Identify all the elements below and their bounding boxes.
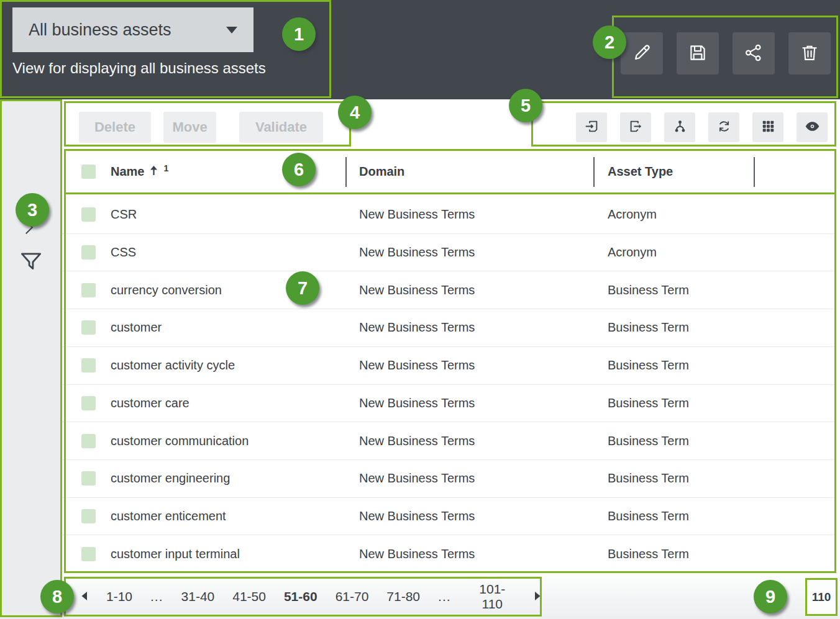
view-selector-dropdown[interactable]: All business assets <box>12 7 253 52</box>
cell-name[interactable]: currency conversion <box>111 283 359 297</box>
cell-name[interactable]: customer care <box>111 396 359 410</box>
cell-asset-type: Acronym <box>608 245 754 260</box>
page-link[interactable]: 41-50 <box>232 589 266 604</box>
arrow-left-icon <box>80 591 88 603</box>
table-row[interactable]: customer engineering New Business Terms … <box>62 460 836 498</box>
annotation-circle-4: 4 <box>338 96 372 129</box>
cell-name[interactable]: customer input terminal <box>111 547 359 561</box>
cell-domain[interactable]: New Business Terms <box>359 471 608 486</box>
cell-domain[interactable]: New Business Terms <box>359 320 608 335</box>
row-checkbox[interactable] <box>81 396 96 410</box>
page-link[interactable]: 101-110 <box>469 582 516 612</box>
table-row[interactable]: customer enticement New Business Terms B… <box>62 498 836 536</box>
export-button[interactable] <box>620 112 651 142</box>
cell-domain[interactable]: New Business Terms <box>359 509 608 523</box>
row-checkbox[interactable] <box>81 320 96 335</box>
page-link[interactable]: 71-80 <box>386 589 420 604</box>
table-row[interactable]: customer New Business Terms Business Ter… <box>62 309 836 347</box>
column-header-asset-type[interactable]: Asset Type <box>608 165 754 179</box>
refresh-button[interactable] <box>708 112 739 142</box>
cell-name[interactable]: CSR <box>111 207 359 222</box>
row-checkbox[interactable] <box>81 471 96 486</box>
cell-name[interactable]: customer enticement <box>111 509 359 523</box>
table-row[interactable]: CSR New Business Terms Acronym <box>62 196 836 234</box>
table-row[interactable]: customer activity cycle New Business Ter… <box>62 347 836 385</box>
left-sidebar <box>0 99 62 619</box>
page-link[interactable]: 61-70 <box>336 589 369 604</box>
select-all-checkbox[interactable] <box>81 165 96 179</box>
delete-view-button[interactable] <box>788 32 831 75</box>
cell-domain[interactable]: New Business Terms <box>359 207 608 222</box>
table-row[interactable]: CSS New Business Terms Acronym <box>62 234 836 272</box>
page-link[interactable]: 31-40 <box>181 589 215 604</box>
page-link-current[interactable]: 51-60 <box>284 589 317 604</box>
cell-asset-type: Business Term <box>608 434 754 448</box>
table-row[interactable]: currency conversion New Business Terms B… <box>62 271 836 309</box>
filter-funnel-icon <box>17 268 45 278</box>
view-subtitle: View for displaying all business assets <box>12 60 266 77</box>
cell-asset-type: Business Term <box>608 547 754 561</box>
table-header-row: Name 1 Domain Asset Type <box>62 149 836 194</box>
chevron-down-icon <box>226 27 237 34</box>
page-ellipsis: ... <box>150 589 163 604</box>
total-count: 110 <box>805 578 838 616</box>
cell-asset-type: Business Term <box>608 509 754 523</box>
cell-domain[interactable]: New Business Terms <box>359 547 608 561</box>
column-header-name[interactable]: Name 1 <box>111 165 359 179</box>
previous-page-arrow[interactable] <box>80 591 88 603</box>
cell-name[interactable]: customer <box>111 320 359 335</box>
cell-asset-type: Business Term <box>608 396 754 410</box>
view-options-button[interactable] <box>797 112 828 142</box>
row-checkbox[interactable] <box>81 207 96 222</box>
save-icon <box>687 42 708 65</box>
row-checkbox[interactable] <box>81 547 96 561</box>
expand-panel-button[interactable] <box>17 216 40 240</box>
move-button[interactable]: Move <box>163 112 216 143</box>
import-icon <box>583 118 600 137</box>
sort-ascending-icon <box>150 165 158 179</box>
column-divider[interactable] <box>345 157 347 187</box>
refresh-icon <box>716 118 733 137</box>
validate-button[interactable]: Validate <box>239 112 323 143</box>
table-row[interactable]: customer input terminal New Business Ter… <box>62 535 836 572</box>
import-button[interactable] <box>576 112 607 142</box>
cell-domain[interactable]: New Business Terms <box>359 434 608 448</box>
cell-domain[interactable]: New Business Terms <box>359 358 608 373</box>
row-checkbox[interactable] <box>81 509 96 523</box>
save-view-button[interactable] <box>677 32 719 75</box>
cell-domain[interactable]: New Business Terms <box>359 283 608 297</box>
cell-name[interactable]: customer engineering <box>111 471 359 486</box>
cell-name[interactable]: customer communication <box>111 434 359 448</box>
columns-button[interactable] <box>752 112 783 142</box>
arrow-right-icon <box>534 591 542 603</box>
row-checkbox[interactable] <box>81 245 96 260</box>
edit-view-button[interactable] <box>621 32 663 75</box>
column-divider[interactable] <box>754 157 755 187</box>
row-checkbox[interactable] <box>81 434 96 448</box>
eye-icon <box>804 118 821 137</box>
column-divider[interactable] <box>593 157 595 187</box>
column-header-domain[interactable]: Domain <box>359 165 608 179</box>
hierarchy-tree-icon <box>672 118 688 137</box>
row-checkbox[interactable] <box>81 358 96 373</box>
top-header: All business assets View for displaying … <box>0 0 840 99</box>
row-checkbox[interactable] <box>81 283 96 297</box>
next-page-arrow[interactable] <box>534 591 542 603</box>
app-window: All business assets View for displaying … <box>0 0 840 619</box>
table-row[interactable]: customer care New Business Terms Busines… <box>62 385 836 423</box>
grid-icon <box>760 118 777 137</box>
cell-name[interactable]: CSS <box>111 245 359 260</box>
cell-name[interactable]: customer activity cycle <box>111 358 359 373</box>
filter-button[interactable] <box>16 248 46 277</box>
table-row[interactable]: customer communication New Business Term… <box>62 422 836 460</box>
hierarchy-button[interactable] <box>664 112 695 142</box>
page-ellipsis: ... <box>438 589 451 604</box>
share-icon <box>743 42 764 65</box>
page-link[interactable]: 1-10 <box>106 589 132 604</box>
chevron-right-icon <box>18 231 39 240</box>
sort-order-number: 1 <box>163 163 168 173</box>
delete-button[interactable]: Delete <box>79 112 151 143</box>
cell-domain[interactable]: New Business Terms <box>359 396 608 410</box>
share-view-button[interactable] <box>733 32 775 75</box>
cell-domain[interactable]: New Business Terms <box>359 245 608 260</box>
